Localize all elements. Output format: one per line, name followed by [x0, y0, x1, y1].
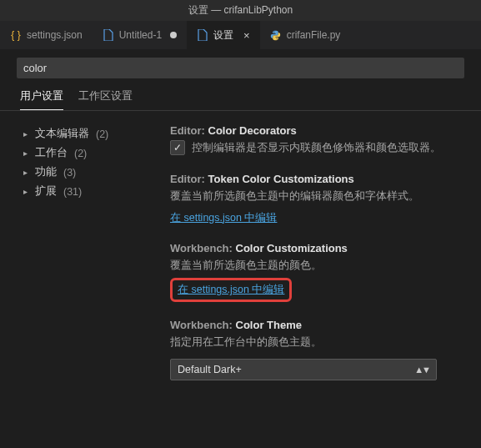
tab-untitled[interactable]: Untitled-1 [93, 21, 187, 49]
setting-title: Workbench: Color Theme [170, 319, 471, 331]
setting-category: Workbench: [170, 319, 233, 331]
tab-crifanfile[interactable]: crifanFile.py [260, 21, 351, 49]
tab-label: Untitled-1 [119, 29, 162, 41]
setting-name: Color Customizations [236, 242, 348, 254]
setting-workbench-color-customizations: Workbench: Color Customizations 覆盖当前所选颜色… [167, 242, 471, 303]
settings-pane: Editor: Color Decorators ✓ 控制编辑器是否显示内联颜色… [167, 116, 481, 448]
edit-in-settings-json-link[interactable]: 在 settings.json 中编辑 [170, 211, 277, 225]
setting-name: Token Color Customizations [208, 173, 354, 185]
setting-description: 控制编辑器是否显示内联颜色修饰器和颜色选取器。 [192, 140, 441, 156]
setting-category: Editor: [170, 173, 205, 185]
select-caret-icon: ▲▼ [414, 365, 429, 375]
window-title: 设置 — crifanLibPython [0, 0, 481, 21]
setting-title: Workbench: Color Customizations [170, 242, 471, 254]
toc-label: 文本编辑器 [35, 127, 89, 141]
toc-count: (3) [63, 167, 76, 179]
checkbox[interactable]: ✓ [170, 140, 185, 155]
setting-workbench-color-theme: Workbench: Color Theme 指定用在工作台中的颜色主题。 De… [167, 319, 471, 380]
setting-token-color-customizations: Editor: Token Color Customizations 覆盖当前所… [167, 173, 471, 225]
setting-description: 覆盖当前所选颜色主题的颜色。 [170, 258, 471, 274]
toc-item-extensions[interactable]: ▸ 扩展 (31) [23, 182, 160, 201]
toc-item-text-editor[interactable]: ▸ 文本编辑器 (2) [23, 124, 160, 143]
tab-settings-json[interactable]: { } settings.json [0, 21, 93, 49]
setting-title: Editor: Token Color Customizations [170, 173, 471, 185]
scope-tab-workspace[interactable]: 工作区设置 [78, 88, 133, 110]
setting-name: Color Decorators [208, 124, 297, 137]
editor-tabs: { } settings.json Untitled-1 设置 × crifan… [0, 21, 481, 49]
toc-count: (31) [63, 186, 82, 198]
json-icon: { } [10, 29, 22, 41]
toc-item-features[interactable]: ▸ 功能 (3) [23, 163, 160, 182]
settings-search-row [0, 49, 481, 83]
settings-content: ▸ 文本编辑器 (2) ▸ 工作台 (2) ▸ 功能 (3) ▸ 扩展 (31)… [0, 116, 481, 448]
select-value: Default Dark+ [178, 364, 242, 375]
toc-count: (2) [74, 148, 87, 159]
setting-checkbox-row: ✓ 控制编辑器是否显示内联颜色修饰器和颜色选取器。 [170, 140, 471, 156]
file-icon [197, 29, 208, 41]
setting-color-decorators: Editor: Color Decorators ✓ 控制编辑器是否显示内联颜色… [167, 124, 471, 156]
setting-name: Color Theme [236, 319, 302, 331]
toc-label: 功能 [35, 165, 57, 179]
close-icon[interactable]: × [243, 29, 250, 42]
python-icon [270, 29, 282, 41]
edit-in-settings-json-link[interactable]: 在 settings.json 中编辑 [178, 283, 284, 297]
settings-scope-tabs: 用户设置 工作区设置 [0, 83, 481, 110]
toc-label: 工作台 [35, 146, 68, 160]
chevron-right-icon: ▸ [23, 168, 30, 177]
toc-count: (2) [96, 128, 108, 140]
setting-description: 覆盖当前所选颜色主题中的编辑器颜色和字体样式。 [170, 189, 471, 204]
tab-label: settings.json [27, 29, 83, 41]
setting-category: Workbench: [170, 242, 233, 254]
toc-item-workbench[interactable]: ▸ 工作台 (2) [23, 143, 160, 163]
tab-label: 设置 [213, 28, 233, 43]
setting-description: 指定用在工作台中的颜色主题。 [170, 335, 471, 350]
settings-search-input[interactable] [17, 58, 464, 78]
highlight-annotation: 在 settings.json 中编辑 [170, 278, 292, 302]
toc-label: 扩展 [35, 184, 57, 199]
divider [0, 110, 481, 111]
color-theme-select[interactable]: Default Dark+ ▲▼ [170, 359, 437, 380]
tab-label: crifanFile.py [287, 29, 341, 41]
chevron-right-icon: ▸ [23, 187, 30, 196]
settings-toc: ▸ 文本编辑器 (2) ▸ 工作台 (2) ▸ 功能 (3) ▸ 扩展 (31) [0, 116, 167, 448]
tab-settings[interactable]: 设置 × [187, 21, 260, 49]
setting-category: Editor: [170, 124, 205, 137]
dirty-indicator-icon [170, 32, 177, 38]
scope-tab-user[interactable]: 用户设置 [20, 88, 63, 110]
chevron-right-icon: ▸ [23, 129, 30, 138]
chevron-right-icon: ▸ [23, 148, 30, 158]
file-icon [103, 29, 114, 41]
setting-title: Editor: Color Decorators [170, 124, 471, 137]
